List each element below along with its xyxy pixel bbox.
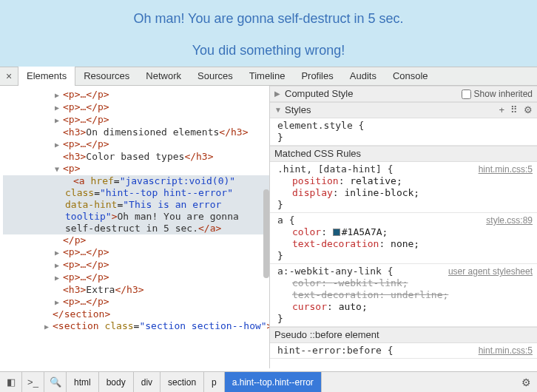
banner-line-1: Oh man! You are gonna self-destruct in 5…: [15, 11, 522, 27]
tab-network[interactable]: Network: [138, 67, 189, 86]
breadcrumb-html[interactable]: html: [67, 372, 99, 393]
rule-close: }: [277, 313, 533, 325]
dom-row[interactable]: <a href="javascript:void(0)" class="hint…: [3, 175, 269, 234]
dom-tree-panel[interactable]: <p>…</p><p>…</p><p>…</p><h3>On dimension…: [0, 86, 269, 368]
disclosure-triangle-icon[interactable]: [44, 321, 53, 333]
banner-line-2: You did something wrong!: [15, 43, 522, 58]
css-property[interactable]: color: -webkit-link;: [277, 277, 533, 289]
disclosure-triangle-icon[interactable]: [55, 260, 63, 271]
disclosure-triangle-icon[interactable]: [55, 272, 63, 284]
breadcrumb-body[interactable]: body: [99, 372, 134, 393]
disclosure-triangle-icon[interactable]: [55, 163, 63, 175]
css-rule[interactable]: hint.min.css:5.hint, [data-hint] {positi…: [270, 162, 537, 213]
dock-icon[interactable]: ◧: [0, 372, 22, 393]
rule-close: }: [277, 132, 533, 143]
tab-audits[interactable]: Audits: [342, 67, 385, 86]
source-link[interactable]: hint.min.css:5: [479, 345, 533, 356]
breadcrumb-a-hint-top-hint-error[interactable]: a.hint--top.hint--error: [225, 372, 322, 393]
page-banner: Oh man! You are gonna self-destruct in 5…: [0, 0, 537, 67]
css-property[interactable]: text-decoration: underline;: [277, 289, 533, 301]
dom-row[interactable]: <p>…</p>: [3, 89, 269, 101]
dom-row[interactable]: <p>…</p>: [3, 246, 269, 259]
chevron-right-icon: ▶: [274, 88, 285, 100]
rule-selector: element.style {: [277, 120, 533, 132]
css-property[interactable]: color: #1A5A7A;: [277, 226, 533, 238]
pseudo-rule[interactable]: hint.min.css:5 hint--error:before {: [270, 343, 537, 359]
source-link[interactable]: hint.min.css:5: [479, 163, 533, 175]
css-rule[interactable]: style.css:89a {color: #1A5A7A;text-decor…: [270, 213, 537, 264]
gear-icon[interactable]: ⚙: [524, 104, 533, 116]
css-property[interactable]: position: relative;: [277, 175, 533, 187]
dom-row[interactable]: <p>…</p>: [3, 259, 269, 271]
dom-row[interactable]: <p>…</p>: [3, 114, 269, 126]
ua-stylesheet-label: user agent stylesheet: [448, 266, 533, 277]
new-rule-icon[interactable]: +: [499, 104, 504, 116]
tab-sources[interactable]: Sources: [189, 67, 241, 86]
css-property[interactable]: display: inline-block;: [277, 187, 533, 199]
show-inherited-toggle[interactable]: Show inherited: [462, 88, 533, 100]
styles-label: Styles: [285, 104, 311, 116]
dom-row[interactable]: <p>…</p>: [3, 271, 269, 284]
pseudo-before-header: Pseudo ::before element: [270, 327, 537, 343]
show-inherited-checkbox[interactable]: [462, 89, 471, 99]
toggle-state-icon[interactable]: ⠿: [510, 104, 518, 116]
chevron-down-icon: ▼: [274, 104, 285, 116]
computed-style-label: Computed Style: [285, 88, 354, 100]
computed-style-header[interactable]: ▶ Computed Style Show inherited: [270, 86, 537, 102]
element-style-rule[interactable]: element.style { }: [270, 118, 537, 146]
source-link[interactable]: style.css:89: [486, 214, 533, 226]
css-property[interactable]: cursor: auto;: [277, 301, 533, 313]
tab-elements[interactable]: Elements: [18, 67, 75, 86]
devtools-tabbar: × ElementsResourcesNetworkSourcesTimelin…: [0, 67, 537, 86]
rule-close: }: [277, 199, 533, 211]
dom-row[interactable]: <h3>On dimensioned elements</h3>: [3, 126, 269, 138]
disclosure-triangle-icon[interactable]: [55, 102, 63, 114]
close-icon[interactable]: ×: [0, 70, 18, 82]
settings-gear-icon[interactable]: ⚙: [515, 376, 537, 388]
dom-row[interactable]: <p>…</p>: [3, 138, 269, 151]
breadcrumb-section[interactable]: section: [161, 372, 204, 393]
css-property[interactable]: text-decoration: none;: [277, 238, 533, 250]
console-toggle-icon[interactable]: >_: [22, 372, 44, 393]
disclosure-triangle-icon[interactable]: [55, 247, 63, 259]
css-rule[interactable]: user agent stylesheeta:-webkit-any-link …: [270, 264, 537, 327]
dom-row[interactable]: <section class="section section--how">…<…: [3, 320, 269, 333]
inspect-icon[interactable]: 🔍: [44, 372, 67, 393]
pseudo-before-label: Pseudo ::before element: [274, 329, 379, 341]
disclosure-triangle-icon[interactable]: [55, 297, 63, 308]
dom-row[interactable]: <p>…</p>: [3, 296, 269, 308]
tab-timeline[interactable]: Timeline: [241, 67, 294, 86]
styles-header[interactable]: ▼ Styles + ⠿ ⚙: [270, 102, 537, 118]
scrollbar-thumb[interactable]: [263, 189, 269, 278]
matched-rules-header: Matched CSS Rules: [270, 146, 537, 162]
disclosure-triangle-icon[interactable]: [55, 139, 63, 151]
tab-profiles[interactable]: Profiles: [293, 67, 341, 86]
disclosure-triangle-icon[interactable]: [55, 115, 63, 126]
dom-row[interactable]: </p>: [3, 234, 269, 246]
devtools-statusbar: ◧ >_ 🔍 htmlbodydivsectionpa.hint--top.hi…: [0, 371, 537, 392]
rule-close: }: [277, 250, 533, 262]
dom-row[interactable]: <p>…</p>: [3, 101, 269, 114]
devtools-body: <p>…</p><p>…</p><p>…</p><h3>On dimension…: [0, 86, 537, 368]
dom-row[interactable]: <h3>Color based types</h3>: [3, 151, 269, 163]
disclosure-triangle-icon[interactable]: [55, 89, 63, 101]
tab-resources[interactable]: Resources: [75, 67, 138, 86]
color-swatch[interactable]: [333, 229, 340, 236]
dom-row[interactable]: <h3>Extra</h3>: [3, 284, 269, 296]
styles-panel[interactable]: ▶ Computed Style Show inherited ▼ Styles…: [269, 86, 537, 368]
matched-rules-label: Matched CSS Rules: [274, 148, 361, 160]
show-inherited-label: Show inherited: [474, 88, 533, 100]
dom-row[interactable]: </section>: [3, 308, 269, 320]
breadcrumb-div[interactable]: div: [134, 372, 161, 393]
breadcrumb-p[interactable]: p: [204, 372, 225, 393]
dom-row[interactable]: <p>: [3, 163, 269, 175]
tab-console[interactable]: Console: [385, 67, 436, 86]
